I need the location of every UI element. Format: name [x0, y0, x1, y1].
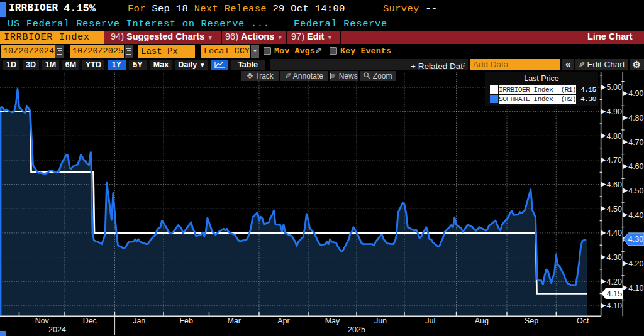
svg-text:4.70: 4.70	[607, 156, 622, 165]
svg-text:4.70: 4.70	[628, 138, 643, 147]
svg-text:Jun: Jun	[374, 317, 387, 325]
svg-text:Mar: Mar	[227, 317, 241, 325]
svg-text:Apr: Apr	[277, 317, 289, 325]
svg-text:4.50: 4.50	[628, 187, 643, 195]
svg-text:Sep: Sep	[525, 317, 538, 325]
svg-text:4.20: 4.20	[628, 259, 643, 268]
svg-text:5.00: 5.00	[607, 83, 622, 92]
svg-text:2025: 2025	[348, 325, 365, 334]
svg-text:4.15: 4.15	[607, 290, 622, 298]
svg-text:Aug: Aug	[475, 317, 489, 325]
svg-text:4.40: 4.40	[607, 229, 622, 237]
svg-text:4.80: 4.80	[607, 132, 622, 141]
svg-text:4.40: 4.40	[628, 211, 643, 220]
svg-text:4.30: 4.30	[607, 253, 622, 262]
svg-text:4.50: 4.50	[607, 205, 622, 214]
svg-text:Oct: Oct	[577, 317, 589, 325]
svg-text:Jul: Jul	[425, 317, 435, 325]
svg-text:Nov: Nov	[35, 317, 50, 325]
svg-text:4.10: 4.10	[607, 301, 622, 310]
svg-text:4.80: 4.80	[628, 114, 643, 122]
svg-text:May: May	[325, 317, 340, 325]
svg-text:4.20: 4.20	[607, 278, 622, 286]
svg-text:4.60: 4.60	[607, 180, 622, 189]
svg-text:4.90: 4.90	[628, 89, 643, 98]
svg-text:4.30: 4.30	[628, 235, 643, 244]
svg-text:Jan: Jan	[133, 317, 145, 325]
svg-text:Feb: Feb	[179, 317, 193, 325]
svg-text:Dec: Dec	[83, 317, 97, 325]
svg-text:4.60: 4.60	[628, 162, 643, 171]
svg-text:2024: 2024	[48, 325, 66, 334]
svg-text:4.90: 4.90	[607, 107, 622, 116]
svg-text:4.10: 4.10	[628, 284, 643, 293]
